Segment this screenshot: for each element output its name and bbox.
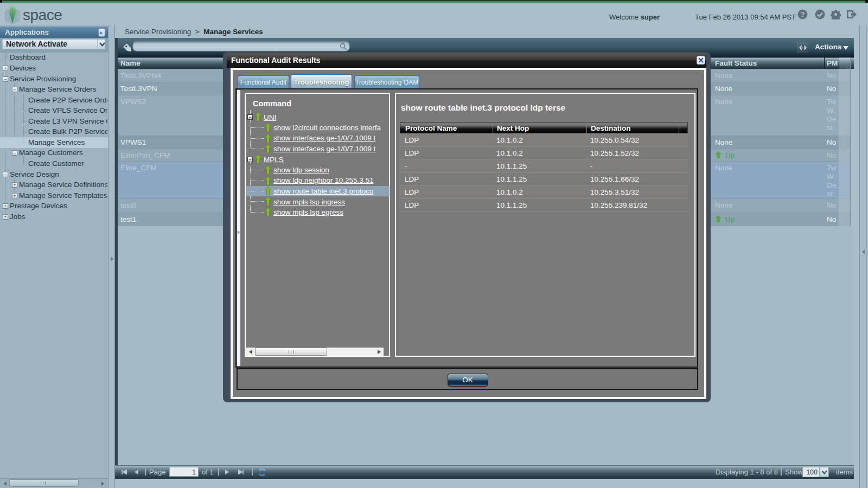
svg-text:?: ? [801, 10, 805, 18]
